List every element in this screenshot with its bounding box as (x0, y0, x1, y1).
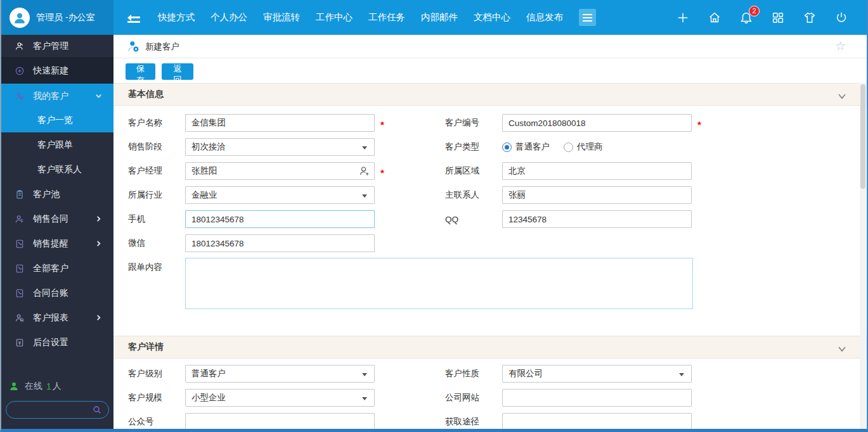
circle-plus-icon (14, 65, 25, 76)
follow-content-textarea[interactable] (185, 258, 693, 309)
sidebar-item-customer-contacts[interactable]: 客户联系人 (1, 157, 113, 182)
nav-item-info-publish[interactable]: 信息发布 (526, 11, 563, 23)
field-label: 客户经理 (128, 165, 185, 177)
favorite-star-icon[interactable]: ☆ (835, 39, 846, 53)
nav-item-shortcuts[interactable]: 快捷方式 (158, 11, 195, 23)
field-label: 微信 (128, 238, 185, 249)
home-icon[interactable] (707, 10, 722, 25)
notification-badge: 2 (749, 6, 760, 16)
sidebar-item-label: 快速新建 (33, 65, 68, 77)
sidebar-item-sales-contracts[interactable]: 销售合同 (1, 206, 113, 231)
selected-value: 初次接洽 (191, 141, 226, 153)
customer-manager-input[interactable] (185, 162, 375, 180)
customer-level-select[interactable]: 普通客户 (185, 365, 375, 383)
nav-item-work-tasks[interactable]: 工作任务 (368, 11, 405, 23)
field-label: 客户名称 (128, 117, 185, 129)
nav-item-personal-office[interactable]: 个人办公 (211, 11, 247, 23)
collapse-chevron-icon[interactable] (838, 91, 846, 103)
sidebar-item-quick-create[interactable]: 快速新建 (1, 58, 113, 84)
person-edit-icon (14, 91, 25, 101)
sidebar-item-sales-reminders[interactable]: 销售提醒 (1, 231, 113, 256)
selected-value: 普通客户 (191, 368, 226, 379)
customer-name-input[interactable] (185, 114, 375, 132)
company-website-input[interactable] (502, 389, 692, 407)
field-industry: 所属行业 金融业 (128, 186, 375, 204)
sidebar-item-my-customers[interactable]: 我的客户 (1, 84, 113, 108)
industry-select[interactable]: 金融业 (185, 186, 375, 204)
acquisition-input[interactable] (502, 413, 692, 431)
scrollbar-track[interactable] (860, 83, 866, 429)
collapse-chevron-icon[interactable] (838, 344, 846, 355)
online-status: 在线 1 人 (9, 381, 113, 392)
sidebar-item-customer-overview[interactable]: 客户一览 (1, 108, 113, 132)
logout-power-icon[interactable] (834, 10, 849, 25)
nav-item-document-center[interactable]: 文档中心 (474, 11, 510, 23)
field-label: 客户编号 (445, 117, 502, 129)
customer-nature-select[interactable]: 有限公司 (502, 365, 692, 383)
breadcrumb-bar: 新建客户 ☆ (113, 35, 867, 58)
customer-no-input[interactable] (502, 114, 692, 132)
section-header-basic-info[interactable]: 基本信息 (113, 83, 867, 106)
contact-book-icon (14, 263, 25, 274)
radio-unselected-icon (564, 143, 573, 152)
notifications-icon[interactable]: 2 (739, 10, 754, 25)
main-contact-input[interactable] (502, 186, 692, 204)
search-icon[interactable] (92, 405, 102, 415)
region-input[interactable] (502, 162, 692, 180)
add-icon[interactable] (675, 10, 690, 25)
field-customer-scale: 客户规模 小型企业 (128, 389, 375, 407)
chevron-right-icon (95, 240, 102, 247)
sidebar-item-all-customers[interactable]: 全部客户 (1, 256, 113, 281)
sidebar-item-customer-pool[interactable]: 客户池 (1, 182, 113, 206)
qq-input[interactable] (502, 210, 692, 228)
online-label: 在线 (25, 381, 42, 392)
more-menu-icon[interactable] (579, 9, 596, 26)
person-search-icon (14, 312, 25, 323)
sidebar-item-backend-settings[interactable]: 后台设置 (1, 330, 113, 355)
radio-agent[interactable]: 代理商 (564, 141, 603, 153)
field-label: QQ (445, 215, 502, 224)
dropdown-arrow-icon (362, 373, 367, 376)
wechat-input[interactable] (185, 234, 375, 252)
mobile-input[interactable] (185, 210, 375, 228)
sidebar-item-label: 客户一览 (37, 115, 73, 126)
scrollbar-thumb[interactable] (860, 84, 865, 189)
nav-item-internal-mail[interactable]: 内部邮件 (421, 11, 458, 23)
field-label: 跟单内容 (128, 258, 185, 273)
sidebar-collapse-icon[interactable] (127, 12, 141, 23)
main-content: 新建客户 ☆ 保存 返回 基本信息 客户名称 客户编号 销售阶段 初次接洽 (113, 35, 867, 429)
user-area[interactable]: 管理员 -办公室 (1, 0, 113, 35)
sidebar-item-customer-follow[interactable]: 客户跟单 (1, 132, 113, 157)
field-label: 销售阶段 (128, 141, 185, 153)
field-public-account: 公众号 (128, 413, 375, 431)
customer-scale-select[interactable]: 小型企业 (185, 389, 375, 407)
sidebar-item-customer-reports[interactable]: 客户报表 (1, 305, 113, 330)
sidebar-item-contract-ledger[interactable]: 合同台账 (1, 281, 113, 305)
field-main-contact: 主联系人 (445, 186, 692, 204)
contact-book-icon (14, 238, 25, 249)
section-header-customer-detail[interactable]: 客户详情 (113, 336, 867, 359)
required-marker (697, 119, 701, 130)
nav-item-work-center[interactable]: 工作中心 (316, 11, 353, 23)
sales-stage-select[interactable]: 初次接洽 (185, 138, 375, 156)
field-label: 所属区域 (445, 165, 502, 177)
contact-book-icon (14, 288, 25, 298)
public-account-input[interactable] (185, 413, 375, 431)
radio-normal-customer[interactable]: 普通客户 (502, 141, 550, 153)
apps-grid-icon[interactable] (770, 10, 786, 25)
sidebar-item-customer-management[interactable]: 客户管理 (1, 35, 113, 58)
online-user-icon (9, 381, 19, 391)
customer-gear-icon (127, 40, 140, 53)
online-unit: 人 (53, 381, 62, 392)
field-label: 所属行业 (128, 189, 185, 201)
ledger-book-icon (14, 337, 25, 348)
save-button[interactable]: 保存 (126, 63, 155, 80)
sidebar-item-label: 客户报表 (33, 312, 68, 324)
section-title: 基本信息 (128, 89, 164, 100)
nav-item-approval-flow[interactable]: 审批流转 (263, 11, 300, 23)
add-person-icon[interactable] (359, 165, 370, 177)
sidebar-footer: 在线 1 人 (1, 381, 113, 429)
field-label: 公司网站 (445, 392, 502, 403)
theme-shirt-icon[interactable] (802, 10, 817, 25)
back-button[interactable]: 返回 (162, 63, 193, 80)
